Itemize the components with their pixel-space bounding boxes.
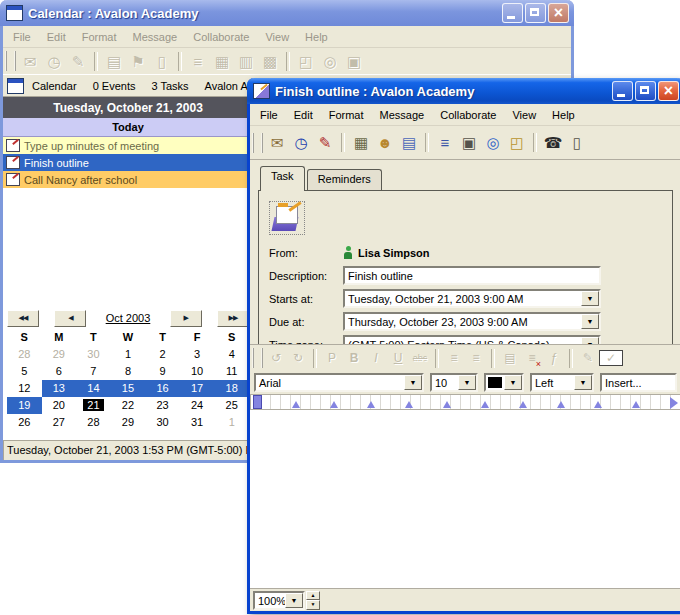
- day-cell[interactable]: 2: [145, 346, 180, 363]
- menu-file[interactable]: File: [252, 107, 286, 123]
- new-appointment-icon[interactable]: ◷: [42, 50, 66, 72]
- spell-check-icon[interactable]: ✓: [599, 350, 623, 366]
- day-cell[interactable]: 13: [42, 380, 77, 397]
- prev-month-button[interactable]: ◀: [54, 310, 86, 327]
- close-button[interactable]: [548, 3, 569, 23]
- new-message-icon[interactable]: ▤: [102, 50, 126, 72]
- find-icon[interactable]: ◎: [318, 50, 342, 72]
- day-cell[interactable]: 24: [180, 397, 215, 414]
- print-icon[interactable]: ▣: [342, 50, 366, 72]
- month-view-icon[interactable]: ▦: [210, 50, 234, 72]
- chevron-down-icon[interactable]: ▼: [458, 375, 476, 390]
- day-cell[interactable]: 12: [7, 380, 42, 397]
- font-color-select[interactable]: ▼: [484, 373, 524, 392]
- menu-help[interactable]: Help: [297, 29, 336, 45]
- new-appointment-icon[interactable]: ◷: [289, 132, 313, 154]
- outdent-icon[interactable]: ≡: [443, 347, 465, 369]
- menu-edit[interactable]: Edit: [286, 107, 321, 123]
- move-to-folder-icon[interactable]: ◰: [294, 50, 318, 72]
- task-item-selected[interactable]: Finish outline: [3, 154, 253, 171]
- tab-stop-marker[interactable]: [367, 401, 375, 408]
- new-task-icon[interactable]: ✎: [66, 50, 90, 72]
- menu-collaborate[interactable]: Collaborate: [185, 29, 257, 45]
- find-icon[interactable]: ◎: [481, 132, 505, 154]
- day-cell[interactable]: 25: [214, 397, 249, 414]
- task-item[interactable]: Type up minutes of meeting: [3, 137, 253, 154]
- maximize-button[interactable]: [525, 3, 546, 23]
- zoom-select[interactable]: 100% ▼: [253, 591, 305, 610]
- chevron-down-icon[interactable]: ▼: [581, 314, 599, 329]
- next-year-button[interactable]: ▶▶: [217, 310, 249, 327]
- menu-help[interactable]: Help: [544, 107, 583, 123]
- day-cell[interactable]: 10: [180, 363, 215, 380]
- new-event-icon[interactable]: ✉: [18, 50, 42, 72]
- tab-stop-marker[interactable]: [330, 401, 338, 408]
- day-cell[interactable]: 15: [111, 380, 146, 397]
- day-cell[interactable]: 11: [214, 363, 249, 380]
- day-cell[interactable]: 29: [111, 414, 146, 431]
- minimize-button[interactable]: [612, 81, 633, 101]
- ruler[interactable]: [250, 394, 680, 410]
- toolbar-grip[interactable]: [252, 348, 263, 368]
- delete-icon[interactable]: ▯: [150, 50, 174, 72]
- day-cell[interactable]: 26: [7, 414, 42, 431]
- tab-stop-marker[interactable]: [557, 401, 565, 408]
- day-cell[interactable]: 30: [145, 414, 180, 431]
- menu-format[interactable]: Format: [74, 29, 125, 45]
- task-titlebar[interactable]: Finish outline : Avalon Academy: [247, 78, 680, 104]
- ruler-right-marker[interactable]: [670, 397, 678, 409]
- day-cell[interactable]: 7: [76, 363, 111, 380]
- print-icon[interactable]: ▣: [457, 132, 481, 154]
- day-cell[interactable]: 20: [42, 397, 77, 414]
- new-task-icon[interactable]: ✎: [313, 132, 337, 154]
- day-cell[interactable]: 18: [214, 380, 249, 397]
- day-cell[interactable]: 8: [111, 363, 146, 380]
- collaborate-icon[interactable]: ▦: [349, 132, 373, 154]
- ruler-left-marker[interactable]: [253, 395, 262, 409]
- delete-icon[interactable]: ▯: [565, 132, 589, 154]
- tab-stop-marker[interactable]: [632, 401, 640, 408]
- day-cell[interactable]: 9: [145, 363, 180, 380]
- chevron-down-icon[interactable]: ▼: [404, 375, 422, 390]
- insert-symbol-icon[interactable]: ƒ: [543, 347, 565, 369]
- redo-icon[interactable]: ↻: [287, 347, 309, 369]
- minimize-button[interactable]: [502, 3, 523, 23]
- chevron-down-icon[interactable]: ▼: [581, 291, 599, 306]
- menu-view[interactable]: View: [257, 29, 297, 45]
- signature-icon[interactable]: ✎: [577, 347, 599, 369]
- day-cell[interactable]: 23: [145, 397, 180, 414]
- prev-year-button[interactable]: ◀◀: [7, 310, 39, 327]
- dial-phone-icon[interactable]: ☎: [541, 132, 565, 154]
- month-label[interactable]: Oct 2003: [102, 312, 155, 324]
- tab-stop-marker[interactable]: [481, 401, 489, 408]
- alignment-select[interactable]: Left ▼: [530, 373, 594, 392]
- menu-message[interactable]: Message: [372, 107, 433, 123]
- chevron-down-icon[interactable]: ▼: [574, 375, 592, 390]
- maximize-button[interactable]: [635, 81, 656, 101]
- note-editor[interactable]: [250, 410, 680, 588]
- bold-icon[interactable]: B: [343, 347, 365, 369]
- move-to-folder-icon[interactable]: ◰: [505, 132, 529, 154]
- style-icon[interactable]: P: [321, 347, 343, 369]
- task-list-icon[interactable]: ≡: [433, 132, 457, 154]
- chevron-down-icon[interactable]: ▼: [285, 593, 303, 608]
- day-cell[interactable]: 14: [76, 380, 111, 397]
- flag-icon[interactable]: ⚑: [126, 50, 150, 72]
- font-size-select[interactable]: 10 ▼: [430, 373, 478, 392]
- day-cell[interactable]: 30: [76, 346, 111, 363]
- day-cell[interactable]: 3: [180, 346, 215, 363]
- insert-object-icon[interactable]: ▤: [499, 347, 521, 369]
- day-cell[interactable]: 28: [7, 346, 42, 363]
- toolbar-grip[interactable]: [5, 51, 16, 71]
- calendar-titlebar[interactable]: Calendar : Avalon Academy: [0, 0, 574, 26]
- underline-icon[interactable]: U: [387, 347, 409, 369]
- day-cell[interactable]: 29: [42, 346, 77, 363]
- list-view-icon[interactable]: ≡: [186, 50, 210, 72]
- menu-collaborate[interactable]: Collaborate: [432, 107, 504, 123]
- day-cell[interactable]: 16: [145, 380, 180, 397]
- starts-at-select[interactable]: Tuesday, October 21, 2003 9:00 AM▼: [343, 289, 601, 308]
- day-cell[interactable]: 1: [111, 346, 146, 363]
- menu-file[interactable]: File: [5, 29, 39, 45]
- tab-reminders[interactable]: Reminders: [307, 169, 382, 190]
- day-cell[interactable]: 22: [111, 397, 146, 414]
